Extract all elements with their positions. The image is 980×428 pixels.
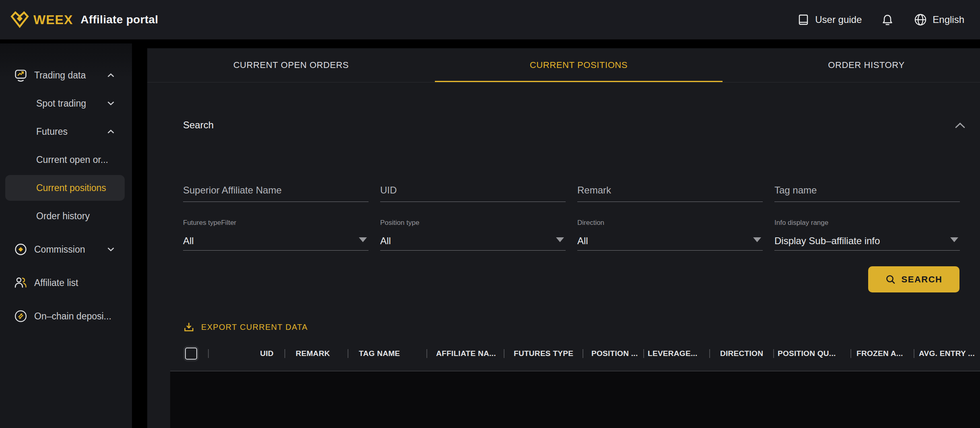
direction-select[interactable]: All (577, 232, 763, 251)
column-header-uid[interactable]: UID (208, 343, 284, 364)
sidebar-item-label: Futures (36, 126, 68, 137)
tab-current-open-orders[interactable]: CURRENT OPEN ORDERS (147, 48, 435, 82)
onchain-deposit-icon (14, 310, 27, 323)
bell-icon (881, 13, 894, 26)
sidebar-item-spot-trading[interactable]: Spot trading (0, 89, 132, 117)
commission-icon (14, 243, 27, 256)
selected-value: Display Sub–affiliate info (774, 235, 880, 247)
select-futures-type: Futures typeFilter All (183, 219, 369, 251)
selected-value: All (183, 235, 194, 247)
search-button-label: SEARCH (902, 274, 943, 285)
trading-data-icon (14, 69, 27, 82)
tab-bar: CURRENT OPEN ORDERS CURRENT POSITIONS OR… (147, 48, 980, 82)
sidebar-item-commission[interactable]: Commission (0, 235, 132, 263)
main-content: CURRENT OPEN ORDERS CURRENT POSITIONS OR… (147, 48, 980, 428)
search-select-fields: Futures typeFilter All Position type All… (183, 219, 966, 251)
language-selector[interactable]: English (914, 13, 964, 26)
selected-value: All (380, 235, 391, 247)
field-uid (380, 177, 566, 202)
select-info-display-range: Info display range Display Sub–affiliate… (774, 219, 960, 251)
uid-input[interactable] (380, 185, 566, 202)
tag-name-input[interactable] (774, 185, 960, 202)
info-display-range-select[interactable]: Display Sub–affiliate info (774, 232, 960, 251)
export-label: EXPORT CURRENT DATA (201, 323, 308, 332)
search-panel: Search (147, 82, 980, 371)
sidebar-item-label: Trading data (34, 70, 86, 81)
caret-down-icon (359, 237, 367, 242)
sidebar-item-label: Order history (36, 211, 90, 222)
user-guide-label: User guide (815, 14, 862, 25)
column-header-frozen-amount[interactable]: FROZEN A... (850, 343, 914, 364)
sidebar-item-order-history[interactable]: Order history (0, 202, 132, 230)
select-all-cell (183, 343, 208, 364)
chevron-up-icon (955, 122, 966, 129)
selected-value: All (577, 235, 588, 247)
tab-order-history[interactable]: ORDER HISTORY (723, 48, 980, 82)
page-title: Affiliate portal (80, 13, 158, 26)
search-button-row: SEARCH (183, 266, 966, 292)
caret-down-icon (753, 237, 761, 242)
top-bar: WEEX Affiliate portal User guide (0, 0, 980, 39)
sidebar-item-label: On–chain deposi... (34, 311, 111, 322)
search-panel-title: Search (183, 119, 214, 131)
collapse-panel-button[interactable] (955, 122, 966, 129)
sidebar-item-trading-data[interactable]: Trading data (0, 61, 132, 89)
column-header-futures-type[interactable]: FUTURES TYPE (504, 343, 583, 364)
download-icon (183, 321, 195, 333)
select-label: Info display range (774, 219, 960, 227)
column-header-affiliate-name[interactable]: AFFILIATE NA... (426, 343, 504, 364)
field-superior-affiliate-name (183, 177, 369, 202)
chevron-down-icon (107, 247, 114, 252)
export-current-data-button[interactable]: EXPORT CURRENT DATA (183, 317, 966, 337)
remark-input[interactable] (577, 185, 763, 202)
sidebar-item-label: Affiliate list (34, 278, 78, 288)
search-text-fields (183, 177, 966, 202)
sidebar-item-label: Current positions (36, 183, 106, 193)
search-button[interactable]: SEARCH (868, 266, 959, 292)
weex-logo-icon (9, 10, 31, 29)
language-label: English (933, 14, 964, 25)
select-label: Direction (577, 219, 763, 227)
sidebar-item-label: Spot trading (36, 98, 86, 109)
brand-name: WEEX (33, 12, 73, 27)
book-icon (797, 14, 809, 26)
select-label: Futures typeFilter (183, 219, 369, 227)
column-header-position-type[interactable]: POSITION ... (583, 343, 643, 364)
search-panel-header: Search (183, 118, 966, 132)
notifications-button[interactable] (881, 13, 894, 26)
sidebar: Trading data Spot trading Futures Curren… (0, 43, 132, 428)
sidebar-item-label: Current open or... (36, 154, 108, 165)
column-header-position-qty[interactable]: POSITION QU... (773, 343, 850, 364)
positions-table-header: UID REMARK TAG NAME AFFILIATE NA... FUTU… (183, 343, 980, 364)
column-header-direction[interactable]: DIRECTION (709, 343, 773, 364)
field-remark (577, 177, 763, 202)
top-right-actions: User guide English (797, 13, 964, 26)
superior-affiliate-name-input[interactable] (183, 185, 369, 202)
select-all-checkbox[interactable] (185, 348, 197, 360)
positions-table-body (170, 371, 980, 428)
column-header-remark[interactable]: REMARK (284, 343, 348, 364)
sidebar-item-affiliate-list[interactable]: Affiliate list (0, 269, 132, 297)
sidebar-item-current-open-orders[interactable]: Current open or... (0, 146, 132, 174)
brand[interactable]: WEEX (9, 10, 73, 29)
sidebar-item-label: Commission (34, 244, 85, 255)
select-position-type: Position type All (380, 219, 566, 251)
sidebar-item-futures[interactable]: Futures (0, 117, 132, 146)
affiliate-list-icon (14, 276, 28, 290)
field-tag-name (774, 177, 960, 202)
sidebar-item-onchain-deposit[interactable]: On–chain deposi... (0, 302, 132, 330)
caret-down-icon (950, 237, 958, 242)
tab-current-positions[interactable]: CURRENT POSITIONS (435, 48, 723, 82)
column-header-tag-name[interactable]: TAG NAME (348, 343, 426, 364)
caret-down-icon (556, 237, 564, 242)
globe-icon (914, 13, 927, 26)
futures-type-select[interactable]: All (183, 232, 369, 251)
user-guide-link[interactable]: User guide (797, 14, 862, 26)
column-header-leverage[interactable]: LEVERAGE... (643, 343, 709, 364)
chevron-down-icon (107, 101, 114, 106)
position-type-select[interactable]: All (380, 232, 566, 251)
column-header-avg-entry[interactable]: AVG. ENTRY ... (914, 343, 980, 364)
affiliate-portal-page: WEEX Affiliate portal User guide (0, 0, 980, 428)
select-direction: Direction All (577, 219, 763, 251)
sidebar-item-current-positions[interactable]: Current positions (0, 174, 132, 202)
